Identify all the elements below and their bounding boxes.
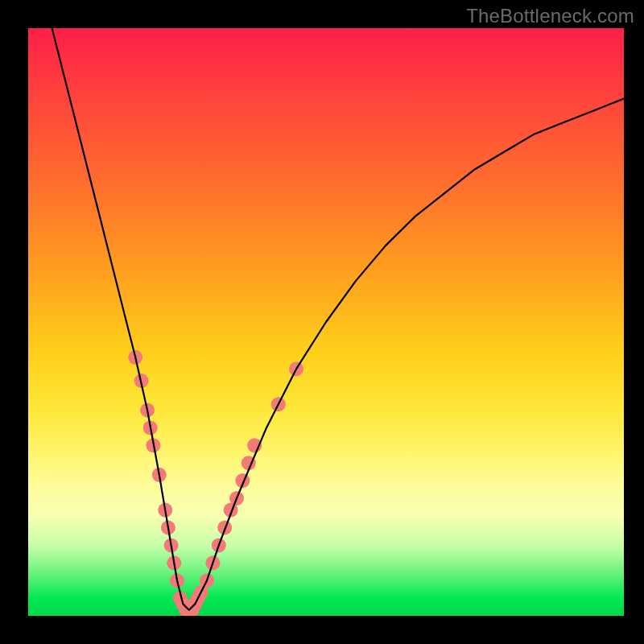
watermark-text: TheBottleneck.com xyxy=(466,5,634,27)
chart-svg xyxy=(28,28,624,616)
chart-frame: TheBottleneck.com xyxy=(0,0,644,644)
scatter-markers xyxy=(128,350,303,616)
bottleneck-curve xyxy=(52,28,624,610)
plot-area xyxy=(28,28,624,616)
